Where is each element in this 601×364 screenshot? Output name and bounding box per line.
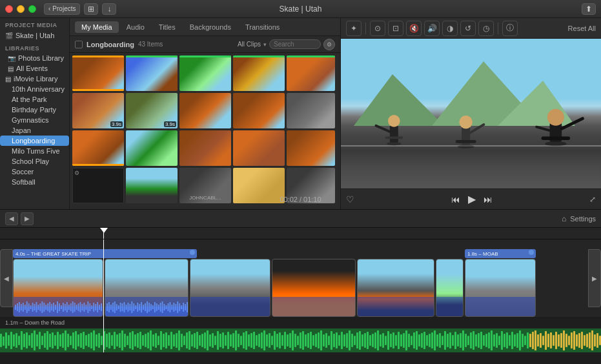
storyboard-view-button[interactable]: ⊞: [84, 3, 98, 15]
media-clip[interactable]: [233, 168, 285, 203]
sidebar-item-japan[interactable]: Japan: [0, 125, 69, 136]
timeline-clip-desert[interactable]: [13, 259, 103, 317]
forward-arrow-button[interactable]: ▶: [21, 212, 34, 225]
svg-rect-266: [408, 334, 410, 347]
timeline-section: ◀ ▶ ⌂ Settings ◀ 4.0s – THE GREAT SKATE …: [0, 209, 601, 364]
svg-rect-164: [145, 334, 147, 347]
media-clip[interactable]: [126, 130, 178, 166]
sidebar-item-milo[interactable]: Milo Turns Five: [0, 146, 69, 156]
sidebar-item-park[interactable]: At the Park: [0, 94, 69, 105]
download-button[interactable]: ↓: [102, 3, 116, 15]
svg-rect-21: [23, 303, 24, 312]
tab-transitions[interactable]: Transitions: [239, 21, 286, 33]
sidebar-item-softball[interactable]: Softball: [0, 177, 69, 187]
crop-button[interactable]: ⊡: [388, 21, 403, 36]
mute-button[interactable]: 🔇: [406, 21, 422, 36]
window-title: Skate | Utah: [280, 5, 322, 14]
timeline-clip-orange[interactable]: [272, 259, 356, 317]
magic-wand-button[interactable]: ✦: [346, 21, 362, 36]
timeline-clip-moab[interactable]: [465, 259, 536, 317]
sidebar-item-gymnastics[interactable]: Gymnastics: [0, 115, 69, 125]
media-clip[interactable]: 3.9s: [126, 93, 178, 128]
fullscreen-button[interactable]: ⤢: [589, 195, 596, 204]
media-clip[interactable]: [233, 93, 285, 128]
media-search-input[interactable]: [269, 39, 321, 49]
play-button[interactable]: ▶: [468, 193, 476, 205]
svg-rect-59: [95, 304, 96, 310]
prev-frame-button[interactable]: ⏮: [451, 194, 460, 205]
media-clip[interactable]: [72, 56, 124, 91]
tab-my-media[interactable]: My Media: [75, 21, 119, 33]
tab-audio[interactable]: Audio: [120, 21, 151, 33]
svg-rect-302: [501, 331, 503, 350]
svg-rect-211: [266, 334, 268, 347]
sidebar-item-birthday[interactable]: Birthday Party: [0, 105, 69, 115]
sidebar-item-longboarding[interactable]: Longboarding: [0, 136, 69, 146]
svg-rect-106: [187, 302, 188, 312]
projects-back-button[interactable]: ‹ Projects: [44, 3, 80, 15]
svg-rect-233: [323, 334, 325, 347]
svg-rect-288: [465, 334, 467, 347]
media-clip[interactable]: [179, 93, 231, 128]
svg-rect-46: [70, 303, 72, 311]
back-arrow-button[interactable]: ◀: [5, 212, 18, 225]
maximize-button[interactable]: [28, 5, 36, 13]
media-clip[interactable]: [126, 168, 178, 203]
stabilize-button[interactable]: ↺: [460, 21, 476, 36]
svg-rect-338: [594, 334, 596, 347]
sidebar-item-school[interactable]: School Play: [0, 156, 69, 167]
timeline-clip-road[interactable]: [105, 259, 188, 317]
all-clips-filter[interactable]: All Clips: [238, 41, 261, 48]
media-clip[interactable]: [287, 56, 335, 91]
svg-rect-238: [336, 332, 338, 349]
timeline-clip-people[interactable]: [436, 259, 463, 317]
sidebar-item-soccer[interactable]: Soccer: [0, 167, 69, 177]
sidebar-item-photos[interactable]: 📷 Photos Library: [0, 53, 69, 63]
svg-rect-54: [85, 305, 87, 310]
tab-titles[interactable]: Titles: [152, 21, 182, 33]
sidebar-item-project[interactable]: 🎬 Skate | Utah: [0, 30, 69, 41]
reset-all-button[interactable]: Reset All: [568, 25, 596, 32]
tab-backgrounds[interactable]: Backgrounds: [183, 21, 238, 33]
media-clip[interactable]: [287, 93, 335, 128]
timeline-clip-skate1[interactable]: [190, 259, 270, 317]
svg-rect-290: [470, 332, 472, 349]
sidebar-item-imovie-library[interactable]: ▤ iMovie Library: [0, 74, 69, 84]
svg-rect-163: [142, 335, 144, 345]
media-browser-title: Longboarding: [87, 41, 134, 48]
share-button[interactable]: ⬆: [582, 3, 596, 15]
enhance-button[interactable]: ⊙: [370, 21, 385, 36]
timeline-right-edge-button[interactable]: ▶: [588, 249, 601, 307]
color-button[interactable]: ◑: [442, 21, 458, 36]
media-clip[interactable]: [233, 130, 285, 166]
media-settings-button[interactable]: ⚙: [323, 39, 335, 50]
favorite-button[interactable]: ♡: [346, 194, 354, 205]
svg-rect-24: [28, 303, 30, 311]
sidebar-item-10th[interactable]: 10th Anniversary: [0, 84, 69, 94]
svg-rect-237: [333, 334, 335, 347]
minimize-button[interactable]: [17, 5, 25, 13]
svg-rect-279: [442, 336, 443, 345]
close-button[interactable]: [5, 5, 13, 13]
media-clip[interactable]: [233, 56, 285, 91]
svg-rect-179: [183, 336, 185, 345]
info-button[interactable]: ⓘ: [502, 21, 518, 36]
timeline-left-edge-button[interactable]: ◀: [0, 249, 13, 307]
media-clip[interactable]: [179, 130, 231, 166]
media-clip[interactable]: [179, 56, 231, 91]
media-clip[interactable]: [72, 130, 124, 166]
audio-button[interactable]: 🔊: [424, 21, 440, 36]
svg-rect-262: [398, 332, 400, 349]
svg-rect-195: [225, 335, 227, 345]
next-frame-button[interactable]: ⏭: [484, 194, 493, 205]
settings-label[interactable]: Settings: [570, 215, 596, 223]
sidebar-item-all-events[interactable]: ▤ All Events: [0, 63, 69, 74]
media-clip[interactable]: ⚙: [72, 168, 124, 203]
media-clip[interactable]: 3.9s: [72, 93, 124, 128]
timeline-clip-skate2[interactable]: [357, 259, 434, 317]
media-clip[interactable]: JOHNCABL...: [179, 168, 231, 203]
media-clip[interactable]: [126, 56, 178, 91]
media-clip[interactable]: [287, 130, 335, 166]
media-select-checkbox[interactable]: [75, 41, 83, 48]
speed-button[interactable]: ◷: [478, 21, 494, 36]
